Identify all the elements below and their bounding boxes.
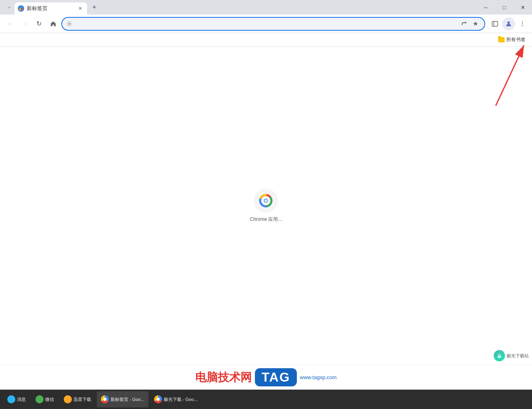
share-icon[interactable] bbox=[459, 19, 469, 29]
address-right-icons bbox=[459, 19, 480, 29]
sidebar-toggle-button[interactable] bbox=[488, 17, 501, 30]
address-bar[interactable] bbox=[61, 17, 485, 31]
taskbar-label-chrome2: 极光下载 - Goo... bbox=[164, 396, 198, 403]
svg-rect-1 bbox=[492, 21, 498, 26]
taskbar-item-chrome2[interactable]: 极光下载 - Goo... bbox=[150, 391, 202, 407]
tab-title: 新标签页 bbox=[27, 5, 48, 12]
tag-box: TAG bbox=[255, 368, 296, 386]
watermark-url-section: www.tagxp.com bbox=[300, 374, 337, 380]
reload-button[interactable]: ↻ bbox=[32, 17, 45, 30]
svg-point-4 bbox=[522, 21, 523, 22]
bookmark-star-icon[interactable] bbox=[471, 19, 480, 29]
minimize-button[interactable]: ─ bbox=[476, 0, 495, 15]
taskbar-icon-messages bbox=[7, 395, 15, 403]
taskbar-icon-wechat bbox=[35, 395, 44, 403]
taskbar-item-thunder[interactable]: 迅雷下载 bbox=[60, 391, 95, 407]
jiguang-label: 极光下载站 bbox=[507, 353, 529, 359]
bookmark-folder-icon bbox=[498, 37, 505, 42]
all-bookmarks-label: 所有书签 bbox=[506, 36, 526, 43]
site-url: www.tagxp.com bbox=[300, 374, 337, 380]
chrome-dropdown-arrow[interactable]: ⌄ bbox=[3, 2, 15, 13]
address-favicon bbox=[66, 21, 73, 27]
taskbar-item-wechat[interactable]: 微信 bbox=[31, 391, 58, 407]
svg-point-3 bbox=[507, 21, 510, 24]
active-tab[interactable]: 新标签页 ✕ bbox=[15, 2, 87, 15]
watermark-section: 电脑技术网 TAG www.tagxp.com bbox=[0, 365, 532, 390]
forward-button[interactable]: → bbox=[18, 17, 31, 30]
all-bookmarks-folder[interactable]: 所有书签 bbox=[495, 35, 529, 45]
content-area: Chrome 应用... 极光下载站 电脑技术网 TAG bbox=[0, 47, 532, 390]
taskbar-label-messages: 消息 bbox=[17, 396, 26, 403]
svg-point-5 bbox=[522, 23, 523, 24]
svg-point-13 bbox=[265, 199, 267, 202]
bookmark-bar: 所有书签 bbox=[0, 33, 532, 47]
restore-button[interactable]: □ bbox=[495, 0, 513, 15]
close-button[interactable]: ✕ bbox=[513, 0, 532, 15]
chrome-logo-icon bbox=[259, 193, 273, 208]
taskbar-icon-thunder bbox=[64, 395, 72, 403]
jiguang-badge: 极光下载站 bbox=[494, 350, 529, 361]
tag-label: TAG bbox=[261, 370, 290, 385]
right-nav-icons bbox=[488, 17, 529, 30]
tab-close-button[interactable]: ✕ bbox=[77, 5, 84, 12]
title-bar: ⌄ 新标签页 ✕ + ─ □ ✕ bbox=[0, 0, 532, 15]
svg-point-6 bbox=[522, 25, 523, 26]
taskbar-item-chrome1[interactable]: 新标签页 - Goo... bbox=[97, 391, 148, 407]
site-name-text: 电脑技术网 bbox=[195, 370, 252, 385]
chrome-app-circle bbox=[254, 189, 278, 213]
chrome-apps-shortcut[interactable]: Chrome 应用... bbox=[250, 189, 282, 223]
new-tab-page: Chrome 应用... 极光下载站 bbox=[0, 47, 532, 365]
taskbar-icon-chrome2 bbox=[154, 395, 162, 403]
home-button[interactable] bbox=[47, 17, 60, 30]
window-controls: ─ □ ✕ bbox=[476, 0, 532, 15]
tab-favicon bbox=[18, 5, 24, 12]
address-input[interactable] bbox=[75, 21, 457, 27]
navigation-bar: ← → ↻ bbox=[0, 15, 532, 33]
tab-strip: ⌄ 新标签页 ✕ + bbox=[0, 0, 100, 15]
back-button[interactable]: ← bbox=[3, 17, 16, 30]
taskbar: 消息 微信 迅雷下载 新标签页 - Goo... 极光下载 - Goo... bbox=[0, 390, 532, 409]
taskbar-label-thunder: 迅雷下载 bbox=[73, 396, 91, 403]
profile-button[interactable] bbox=[502, 17, 515, 30]
taskbar-label-chrome1: 新标签页 - Goo... bbox=[111, 396, 144, 403]
chrome-menu-button[interactable] bbox=[516, 17, 529, 30]
taskbar-label-wechat: 微信 bbox=[45, 396, 54, 403]
taskbar-item-messages[interactable]: 消息 bbox=[3, 391, 30, 407]
browser-window: ⌄ 新标签页 ✕ + ─ □ ✕ ← → ↻ bbox=[0, 0, 532, 409]
chrome-apps-label: Chrome 应用... bbox=[250, 216, 282, 223]
taskbar-icon-chrome1 bbox=[101, 395, 109, 403]
jiguang-logo bbox=[494, 350, 505, 361]
new-tab-button[interactable]: + bbox=[89, 2, 100, 13]
